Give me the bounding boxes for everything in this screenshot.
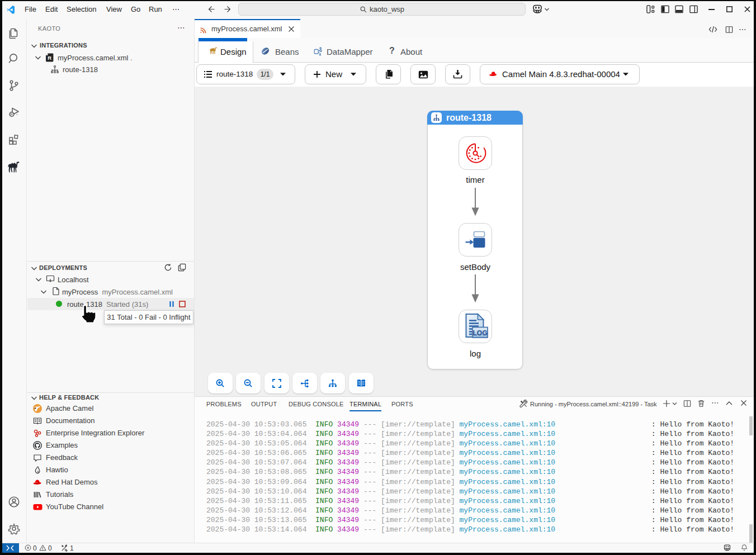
- svg-text:R: R: [48, 55, 51, 61]
- svg-text:LOG: LOG: [473, 329, 488, 337]
